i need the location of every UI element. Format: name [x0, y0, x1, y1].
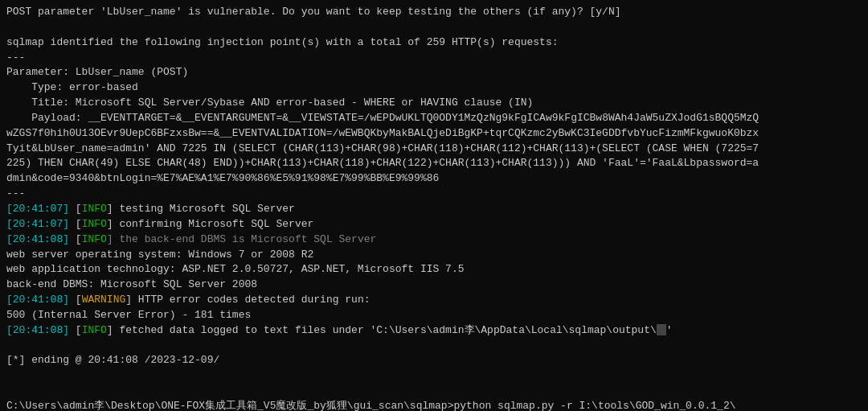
terminal-line: ---	[6, 51, 862, 66]
terminal-line	[6, 368, 862, 384]
terminal-text-segment: [20:41:07]	[6, 203, 69, 215]
terminal-text-segment: INFO	[82, 324, 107, 336]
terminal-line: Title: Microsoft SQL Server/Sybase AND e…	[6, 96, 862, 111]
terminal-line: POST parameter 'LbUser_name' is vulnerab…	[6, 5, 862, 20]
terminal-line	[6, 20, 862, 35]
terminal-line: Tyit&LbUser_name=admin' AND 7225 IN (SEL…	[6, 142, 862, 157]
terminal-text-segment: Payload: __EVENTTARGET=&__EVENTARGUMENT=…	[6, 112, 759, 124]
terminal-text-segment: dmin&code=9340&btnLogin=%E7%AE%A1%E7%90%…	[6, 172, 439, 184]
terminal-line: 225) THEN CHAR(49) ELSE CHAR(48) END))+C…	[6, 156, 862, 171]
terminal-line: web server operating system: Windows 7 o…	[6, 248, 862, 263]
terminal-line: [*] ending @ 20:41:08 /2023-12-09/	[6, 353, 862, 368]
terminal-line: [20:41:08] [INFO] the back-end DBMS is M…	[6, 232, 862, 248]
terminal-text-segment: web server operating system: Windows 7 o…	[6, 249, 313, 261]
terminal-text-segment: INFO	[82, 203, 107, 215]
terminal-text-segment: Title: Microsoft SQL Server/Sybase AND e…	[6, 97, 533, 109]
terminal-text-segment: WARNING	[82, 294, 126, 306]
terminal-text-segment: [20:41:07]	[6, 218, 69, 230]
terminal-text-segment: Parameter: LbUser_name (POST)	[6, 66, 188, 78]
terminal-line: 500 (Internal Server Error) - 181 times	[6, 308, 862, 323]
terminal-text-segment: ---	[6, 51, 25, 64]
terminal-text-segment: [20:41:08]	[6, 294, 69, 306]
terminal-text-segment: Tyit&LbUser_name=admin' AND 7225 IN (SEL…	[6, 142, 759, 154]
terminal-text-segment: ] confirming Microsoft SQL Server	[107, 218, 313, 230]
terminal-text-segment: ---	[6, 187, 25, 199]
terminal-text-segment: [	[69, 294, 82, 306]
terminal-line: web application technology: ASP.NET 2.0.…	[6, 262, 862, 277]
terminal-line: [20:41:07] [INFO] confirming Microsoft S…	[6, 217, 862, 232]
terminal-line	[6, 384, 862, 399]
terminal-text-segment: ] testing Microsoft SQL Server	[107, 203, 295, 215]
terminal-text-segment: [	[69, 218, 82, 230]
terminal-text-segment: 500 (Internal Server Error) - 181 times	[6, 309, 251, 321]
terminal-text-segment: [20:41:08]	[6, 324, 69, 336]
terminal-text-segment: [*] ending @ 20:41:08 /2023-12-09/	[6, 354, 219, 366]
terminal-line: [20:41:07] [INFO] testing Microsoft SQL …	[6, 202, 862, 217]
terminal-text-segment: wZGS7f0hih0U13OEvr9UepC6BFzxsBw==&__EVEN…	[6, 127, 759, 139]
terminal-line: C:\Users\admin李\Desktop\ONE-FOX集成工具箱_V5魔…	[6, 399, 862, 411]
terminal-line: sqlmap identified the following injectio…	[6, 35, 862, 51]
terminal-line: [20:41:08] [INFO] fetched data logged to…	[6, 323, 862, 339]
scrollbar-indicator	[657, 324, 666, 335]
terminal-text-segment: [20:41:08]	[6, 233, 69, 245]
terminal-text-segment: '	[666, 324, 673, 336]
terminal-content: POST parameter 'LbUser_name' is vulnerab…	[6, 5, 862, 411]
terminal-line	[6, 339, 862, 354]
terminal-text-segment: sqlmap identified the following injectio…	[6, 36, 559, 48]
terminal-text-segment: back-end DBMS: Microsoft SQL Server 2008	[6, 278, 257, 290]
terminal-line: dmin&code=9340&btnLogin=%E7%AE%A1%E7%90%…	[6, 171, 862, 187]
terminal-line: Parameter: LbUser_name (POST)	[6, 65, 862, 80]
terminal-text-segment: INFO	[82, 218, 107, 230]
terminal-text-segment: ] the back-end DBMS is Microsoft SQL Ser…	[107, 233, 376, 245]
terminal-line: Type: error-based	[6, 80, 862, 96]
terminal-text-segment: [	[69, 203, 82, 215]
terminal-text-segment: ] fetched data logged to text files unde…	[107, 324, 657, 336]
terminal-text-segment: 225) THEN CHAR(49) ELSE CHAR(48) END))+C…	[6, 157, 759, 169]
terminal-text-segment: POST parameter 'LbUser_name' is vulnerab…	[6, 6, 621, 18]
terminal-text-segment: [	[69, 324, 82, 336]
terminal-line: back-end DBMS: Microsoft SQL Server 2008	[6, 277, 862, 293]
terminal-line: Payload: __EVENTTARGET=&__EVENTARGUMENT=…	[6, 111, 862, 126]
terminal-line: wZGS7f0hih0U13OEvr9UepC6BFzxsBw==&__EVEN…	[6, 126, 862, 142]
terminal-line: ---	[6, 187, 862, 202]
terminal-text-segment: ] HTTP error codes detected during run:	[125, 294, 370, 306]
terminal-window: POST parameter 'LbUser_name' is vulnerab…	[0, 0, 868, 411]
terminal-text-segment: INFO	[82, 233, 107, 245]
terminal-line: [20:41:08] [WARNING] HTTP error codes de…	[6, 293, 862, 308]
terminal-text-segment: Type: error-based	[6, 81, 138, 93]
terminal-text-segment: [	[69, 233, 82, 245]
terminal-text-segment: C:\Users\admin李\Desktop\ONE-FOX集成工具箱_V5魔…	[6, 400, 736, 411]
terminal-text-segment: web application technology: ASP.NET 2.0.…	[6, 263, 465, 275]
